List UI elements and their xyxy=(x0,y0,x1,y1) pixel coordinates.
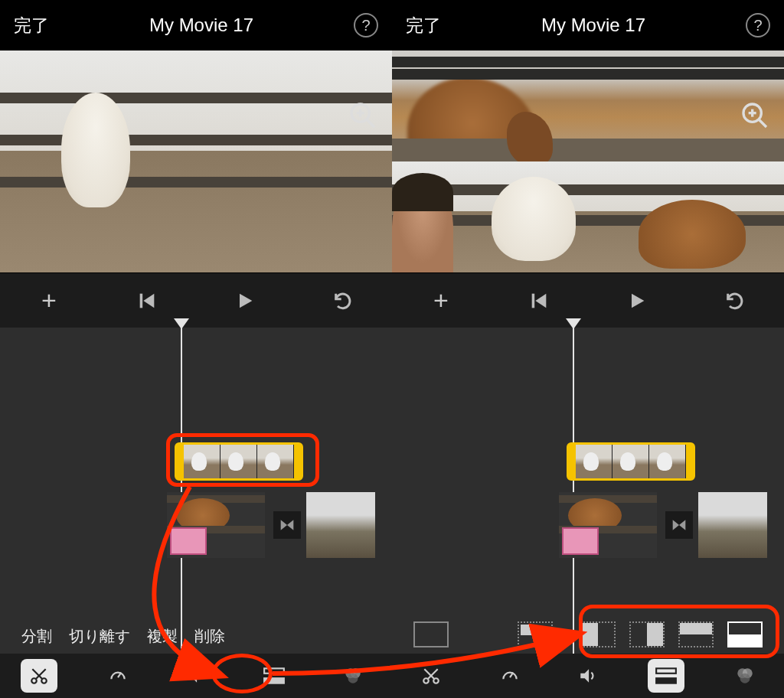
duplicate-button[interactable]: 複製 xyxy=(147,626,178,647)
svg-marker-7 xyxy=(281,520,287,530)
speed-tool-icon[interactable] xyxy=(100,659,136,693)
next-clip[interactable] xyxy=(306,492,375,558)
overlay-clip[interactable] xyxy=(175,442,303,481)
done-button[interactable]: 完了 xyxy=(406,14,441,38)
svg-rect-36 xyxy=(657,678,677,683)
tool-row xyxy=(0,654,392,698)
add-media-button[interactable]: + xyxy=(426,285,456,316)
undo-icon[interactable] xyxy=(328,285,358,316)
play-icon[interactable] xyxy=(230,285,260,316)
filters-tool-icon[interactable] xyxy=(335,659,371,693)
timeline[interactable]: 分割 切り離す 複製 削除 xyxy=(0,328,392,698)
split-button[interactable]: 分割 xyxy=(21,626,52,647)
left-screenshot: 完了 My Movie 17 ? どうぶつたちのご紹介 アミ&ハート + xyxy=(0,0,392,698)
overlay-tool-icon[interactable] xyxy=(256,659,292,693)
done-button[interactable]: 完了 xyxy=(14,14,49,38)
right-screenshot: 完了 My Movie 17 ? + xyxy=(392,0,784,698)
layout-split-bottom[interactable] xyxy=(727,621,763,647)
layout-pip[interactable] xyxy=(518,621,553,647)
svg-marker-6 xyxy=(240,293,252,308)
svg-marker-27 xyxy=(673,520,679,530)
timeline[interactable] xyxy=(392,328,784,698)
skip-start-icon[interactable] xyxy=(524,285,554,316)
svg-marker-28 xyxy=(679,520,685,530)
svg-marker-25 xyxy=(535,293,546,308)
svg-marker-8 xyxy=(287,520,293,530)
layout-split-left[interactable] xyxy=(580,621,616,647)
delete-button[interactable]: 削除 xyxy=(194,626,225,647)
child-face xyxy=(392,181,453,272)
transport-bar: + xyxy=(392,272,784,328)
main-clip[interactable] xyxy=(167,492,265,558)
project-title: My Movie 17 xyxy=(149,15,253,36)
volume-tool-icon[interactable] xyxy=(570,659,606,693)
volume-tool-icon[interactable] xyxy=(178,659,214,693)
transition-icon[interactable] xyxy=(665,511,693,539)
project-title: My Movie 17 xyxy=(541,15,645,36)
svg-line-1 xyxy=(367,119,374,127)
clip-action-row: 分割 切り離す 複製 削除 xyxy=(0,618,392,654)
transition-icon[interactable] xyxy=(273,511,301,539)
layout-full[interactable] xyxy=(413,621,449,647)
tool-row xyxy=(392,654,784,698)
svg-marker-14 xyxy=(188,669,197,682)
zoom-icon[interactable] xyxy=(348,100,378,131)
next-clip[interactable] xyxy=(698,492,767,558)
play-icon[interactable] xyxy=(622,285,652,316)
svg-marker-26 xyxy=(632,293,644,308)
svg-rect-16 xyxy=(265,678,285,683)
zoom-icon[interactable] xyxy=(740,100,770,131)
preview-right-clip xyxy=(0,51,392,272)
header: 完了 My Movie 17 ? xyxy=(392,0,784,51)
detach-button[interactable]: 切り離す xyxy=(69,626,130,647)
preview-area: どうぶつたちのご紹介 アミ&ハート xyxy=(0,51,392,272)
skip-start-icon[interactable] xyxy=(132,285,162,316)
svg-point-19 xyxy=(348,674,358,683)
main-clip[interactable] xyxy=(559,492,657,558)
cut-tool-icon[interactable] xyxy=(21,659,57,693)
svg-point-39 xyxy=(740,674,750,683)
svg-marker-5 xyxy=(143,293,154,308)
layout-split-top[interactable] xyxy=(678,621,714,647)
preview-bottom-clip xyxy=(392,161,784,272)
svg-line-21 xyxy=(759,119,766,127)
cut-tool-icon[interactable] xyxy=(413,659,449,693)
overlay-clip[interactable] xyxy=(567,442,695,481)
layout-split-right[interactable] xyxy=(629,621,665,647)
svg-rect-4 xyxy=(140,293,143,308)
svg-rect-35 xyxy=(657,668,677,673)
preview-area-stacked xyxy=(392,51,784,272)
speed-tool-icon[interactable] xyxy=(492,659,528,693)
help-icon[interactable]: ? xyxy=(354,13,378,38)
svg-rect-15 xyxy=(265,668,285,673)
svg-marker-34 xyxy=(580,669,589,682)
help-icon[interactable]: ? xyxy=(746,13,770,38)
add-media-button[interactable]: + xyxy=(34,285,64,316)
header: 完了 My Movie 17 ? xyxy=(0,0,392,51)
preview-top-clip xyxy=(392,51,784,161)
overlay-tool-icon[interactable] xyxy=(648,659,684,693)
undo-icon[interactable] xyxy=(720,285,750,316)
transport-bar: + xyxy=(0,272,392,328)
svg-rect-24 xyxy=(532,293,535,308)
overlay-layout-row xyxy=(392,615,784,654)
filters-tool-icon[interactable] xyxy=(727,659,763,693)
